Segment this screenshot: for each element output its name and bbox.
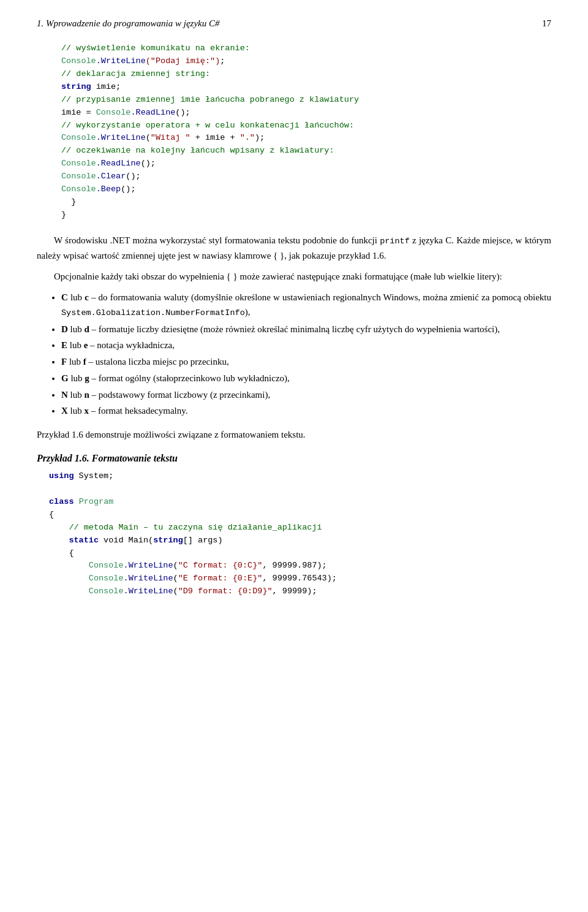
code-block-2: using System; class Program { // metoda …: [37, 470, 551, 598]
inline-code-globalization: System.Globalization.NumberFormatInfo: [61, 308, 245, 317]
prose-paragraph-3: Przykład 1.6 demonstruje możliwości zwią…: [37, 427, 551, 442]
bullet-item-f: F lub f – ustalona liczba miejsc po prze…: [61, 354, 551, 370]
code-line: static void Main(string[] args): [49, 536, 223, 545]
code-line: // deklaracja zmiennej string:: [61, 69, 210, 78]
prose-paragraph-2: Opcjonalnie każdy taki obszar do wypełni…: [37, 269, 551, 284]
page-header: 1. Wprowadzenie do programowania w język…: [37, 18, 551, 29]
code-line: imie = Console.ReadLine();: [61, 108, 190, 117]
code-line: // wyświetlenie komunikatu na ekranie:: [61, 44, 250, 53]
inline-code-printf: printf: [380, 237, 410, 246]
example-heading: Przykład 1.6. Formatowanie tekstu: [37, 453, 551, 464]
code-line: // wykorzystanie operatora + w celu konk…: [61, 121, 354, 130]
code-line: Console.WriteLine("Podaj imię:");: [61, 56, 225, 66]
code-line: // przypisanie zmiennej imie łańcucha po…: [61, 95, 359, 104]
code-line: }: [61, 210, 66, 219]
code-line: string imie;: [61, 82, 121, 91]
bullet-item-e: E lub e – notacja wykładnicza,: [61, 338, 551, 353]
code-line: }: [61, 197, 76, 207]
bullet-item-g: G lub g – format ogólny (stałoprzecinkow…: [61, 371, 551, 386]
format-bullet-list: C lub c – do formatowania waluty (domyśl…: [61, 290, 551, 419]
code-line: Console.Clear();: [61, 172, 141, 181]
code-line: // oczekiwanie na kolejny łańcuch wpisan…: [61, 146, 334, 155]
code-line: {: [49, 549, 74, 558]
bullet-item-d: D lub d – formatuje liczby dziesiętne (m…: [61, 322, 551, 337]
bullet-item-x: X lub x – format heksadecymalny.: [61, 403, 551, 419]
code-line: using System;: [49, 471, 113, 481]
code-line: Console.WriteLine("E format: {0:E}", 999…: [49, 574, 337, 583]
code-line: Console.WriteLine("C format: {0:C}", 999…: [49, 561, 327, 570]
page-number: 17: [542, 18, 551, 29]
code-line: Console.WriteLine("D9 format: {0:D9}", 9…: [49, 587, 317, 596]
code-line: {: [49, 510, 54, 519]
code-line: Console.Beep();: [61, 184, 136, 194]
code-block-1: // wyświetlenie komunikatu na ekranie: C…: [37, 42, 551, 222]
chapter-title: 1. Wprowadzenie do programowania w język…: [37, 18, 219, 29]
bullet-item-n: N lub n – podstawowy format liczbowy (z …: [61, 387, 551, 403]
bullet-item-c: C lub c – do formatowania waluty (domyśl…: [61, 290, 551, 321]
code-line: Console.ReadLine();: [61, 159, 156, 168]
code-line: class Program: [49, 497, 113, 506]
code-line: // metoda Main – tu zaczyna się działani…: [49, 523, 322, 532]
code-line: Console.WriteLine("Witaj " + imie + ".")…: [61, 133, 265, 142]
prose-paragraph-1: W środowisku .NET można wykorzystać styl…: [37, 233, 551, 263]
